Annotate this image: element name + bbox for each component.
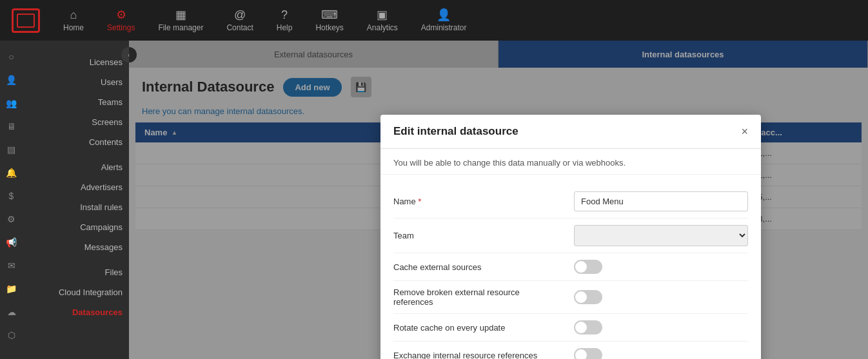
nav-home[interactable]: ⌂ Home — [52, 4, 95, 37]
sidebar-icon-11: ☁ — [2, 302, 21, 322]
sidebar-icon-10: 📁 — [2, 279, 21, 298]
administrator-icon: 👤 — [437, 9, 451, 21]
field-remove-broken: Remove broken external resource referenc… — [393, 281, 748, 314]
nav-file-manager-label: File manager — [158, 23, 203, 32]
nav-analytics[interactable]: ▣ Analytics — [355, 4, 409, 37]
sidebar-item-files[interactable]: Files — [23, 262, 129, 282]
sidebar-item-advertisers[interactable]: Advertisers — [23, 177, 129, 197]
nav-items: ⌂ Home ⚙ Settings ▦ File manager @ Conta… — [52, 4, 862, 37]
field-team: Team — [393, 218, 748, 253]
main-layout: ‹ ○ 👤 👥 🖥 ▤ 🔔 $ ⚙ 📢 ✉ 📁 ☁ ⬡ Licenses Use… — [0, 41, 868, 359]
sidebar-icon-4: ▤ — [2, 140, 21, 159]
sidebar-icon-9: ✉ — [2, 256, 21, 275]
sidebar-icon-8: 📢 — [2, 233, 21, 252]
label-name: Name — [393, 197, 561, 206]
nav-hotkeys-label: Hotkeys — [315, 23, 343, 32]
sidebar: ‹ ○ 👤 👥 🖥 ▤ 🔔 $ ⚙ 📢 ✉ 📁 ☁ ⬡ Licenses Use… — [0, 41, 129, 359]
sidebar-item-datasources[interactable]: Datasources — [23, 302, 129, 322]
label-exchange-internal: Exchange internal resource references — [393, 351, 561, 360]
sidebar-item-contents[interactable]: Contents — [23, 132, 129, 152]
nav-administrator[interactable]: 👤 Administrator — [409, 4, 478, 37]
contact-icon: @ — [234, 9, 246, 21]
label-cache-external: Cache external sources — [393, 262, 561, 272]
nav-settings[interactable]: ⚙ Settings — [95, 4, 146, 37]
sidebar-item-campaigns[interactable]: Campaigns — [23, 217, 129, 237]
sidebar-item-cloud-integration[interactable]: Cloud Integration — [23, 282, 129, 302]
logo-icon — [12, 8, 40, 33]
sidebar-item-users[interactable]: Users — [23, 72, 129, 92]
nav-settings-label: Settings — [107, 23, 135, 32]
modal-subtitle: You will be able to change this data man… — [380, 149, 761, 175]
toggle-remove-broken[interactable] — [574, 290, 602, 304]
input-name[interactable] — [574, 191, 748, 211]
toggle-slider-cache — [574, 260, 602, 274]
sidebar-icon-1: 👤 — [2, 70, 21, 90]
nav-administrator-label: Administrator — [421, 23, 467, 32]
home-icon: ⌂ — [70, 9, 77, 21]
sidebar-icon-12: ⬡ — [2, 325, 21, 345]
toggle-slider-remove — [574, 290, 602, 304]
help-icon: ? — [281, 9, 288, 21]
edit-modal: Edit internal datasource × You will be a… — [380, 115, 761, 359]
nav-help-label: Help — [277, 23, 293, 32]
sidebar-item-messages[interactable]: Messages — [23, 237, 129, 257]
field-name: Name — [393, 185, 748, 218]
toggle-exchange-internal[interactable] — [574, 348, 602, 359]
nav-help[interactable]: ? Help — [265, 4, 304, 37]
modal-close-button[interactable]: × — [741, 126, 748, 137]
select-team[interactable] — [574, 225, 748, 246]
sidebar-icon-3: 🖥 — [2, 117, 21, 136]
label-remove-broken: Remove broken external resource referenc… — [393, 287, 561, 307]
modal-body: Name Team Cache external sources — [380, 175, 761, 359]
toggle-slider-exchange — [574, 348, 602, 359]
nav-file-manager[interactable]: ▦ File manager — [146, 4, 215, 37]
nav-hotkeys[interactable]: ⌨ Hotkeys — [304, 4, 355, 37]
label-team: Team — [393, 231, 561, 240]
settings-icon: ⚙ — [116, 9, 126, 21]
sidebar-item-alerts[interactable]: Alerts — [23, 157, 129, 177]
sidebar-icons: ○ 👤 👥 🖥 ▤ 🔔 $ ⚙ 📢 ✉ 📁 ☁ ⬡ — [0, 41, 23, 359]
field-cache-external: Cache external sources — [393, 253, 748, 281]
content-area: External datasources Internal datasource… — [129, 41, 868, 359]
sidebar-icon-0: ○ — [2, 47, 21, 66]
field-rotate-cache: Rotate cache on every update — [393, 314, 748, 342]
top-nav: ⌂ Home ⚙ Settings ▦ File manager @ Conta… — [0, 0, 868, 41]
sidebar-item-screens[interactable]: Screens — [23, 112, 129, 132]
modal-title: Edit internal datasource — [393, 125, 518, 138]
sidebar-icon-7: ⚙ — [2, 209, 21, 229]
label-rotate-cache: Rotate cache on every update — [393, 323, 561, 333]
modal-header: Edit internal datasource × — [380, 115, 761, 149]
hotkeys-icon: ⌨ — [321, 9, 338, 21]
nav-contact[interactable]: @ Contact — [215, 4, 264, 37]
analytics-icon: ▣ — [377, 9, 388, 21]
field-exchange-internal: Exchange internal resource references — [393, 342, 748, 359]
toggle-cache-external[interactable] — [574, 260, 602, 274]
toggle-slider-rotate — [574, 320, 602, 335]
nav-home-label: Home — [63, 23, 84, 32]
file-manager-icon: ▦ — [175, 9, 186, 21]
sidebar-icon-6: $ — [2, 186, 21, 206]
nav-contact-label: Contact — [226, 23, 253, 32]
nav-analytics-label: Analytics — [367, 23, 398, 32]
toggle-rotate-cache[interactable] — [574, 320, 602, 335]
sidebar-item-licenses[interactable]: Licenses — [23, 52, 129, 72]
sidebar-icon-5: 🔔 — [2, 163, 21, 182]
sidebar-links: Licenses Users Teams Screens Contents Al… — [23, 47, 129, 322]
modal-overlay: Edit internal datasource × You will be a… — [129, 41, 868, 359]
sidebar-item-teams[interactable]: Teams — [23, 92, 129, 112]
logo — [6, 8, 45, 33]
sidebar-icon-2: 👥 — [2, 93, 21, 113]
sidebar-item-install-rules[interactable]: Install rules — [23, 197, 129, 217]
